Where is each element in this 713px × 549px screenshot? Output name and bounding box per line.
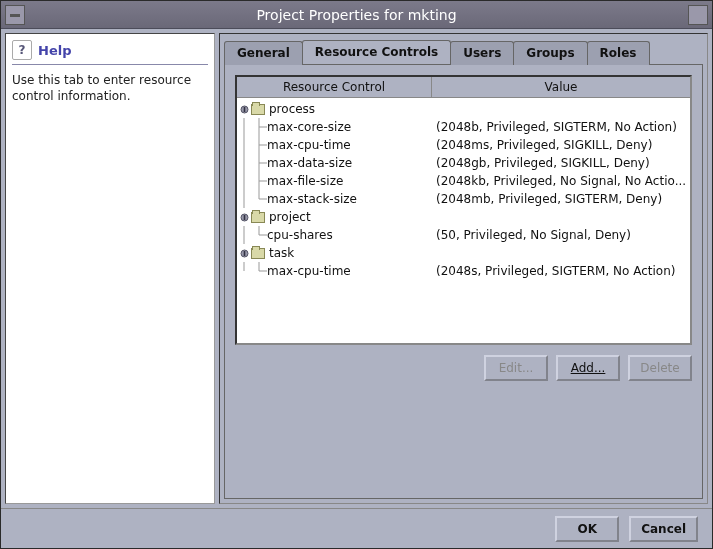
column-header-resource-control[interactable]: Resource Control xyxy=(237,77,432,97)
table-body[interactable]: processmax-core-size(2048b, Privileged, … xyxy=(237,98,690,343)
help-pane: ? Help Use this tab to enter resource co… xyxy=(5,33,215,504)
expand-toggle-icon[interactable] xyxy=(239,104,249,114)
dialog-footer: OK Cancel xyxy=(1,508,712,548)
item-label: max-data-size xyxy=(267,156,352,170)
item-value: (2048gb, Privileged, SIGKILL, Deny) xyxy=(432,156,690,170)
folder-icon xyxy=(251,104,265,115)
svg-rect-29 xyxy=(243,251,245,256)
main-pane: General Resource Controls Users Groups R… xyxy=(219,33,708,504)
help-header: ? Help xyxy=(12,40,208,65)
content-area: ? Help Use this tab to enter resource co… xyxy=(1,29,712,508)
add-button-label: Add... xyxy=(571,361,606,375)
tree-item-row[interactable]: max-stack-size(2048mb, Privileged, SIGTE… xyxy=(237,190,690,208)
item-value: (2048mb, Privileged, SIGTERM, Deny) xyxy=(432,192,690,206)
dialog-window: Project Properties for mkting ? Help Use… xyxy=(0,0,713,549)
tab-users[interactable]: Users xyxy=(450,41,514,65)
tree-group-row[interactable]: process xyxy=(237,100,690,118)
window-maximize-icon[interactable] xyxy=(688,5,708,25)
window-title: Project Properties for mkting xyxy=(256,7,456,23)
item-label: cpu-shares xyxy=(267,228,333,242)
tab-resource-controls[interactable]: Resource Controls xyxy=(302,40,451,64)
window-menu-icon[interactable] xyxy=(5,5,25,25)
tree-item-row[interactable]: max-data-size(2048gb, Privileged, SIGKIL… xyxy=(237,154,690,172)
help-icon[interactable]: ? xyxy=(12,40,32,60)
item-label: max-file-size xyxy=(267,174,343,188)
tab-groups[interactable]: Groups xyxy=(513,41,587,65)
tree-group-row[interactable]: project xyxy=(237,208,690,226)
item-value: (2048kb, Privileged, No Signal, No Actio… xyxy=(432,174,690,188)
titlebar[interactable]: Project Properties for mkting xyxy=(1,1,712,29)
item-label: max-core-size xyxy=(267,120,351,134)
item-value: (2048ms, Privileged, SIGKILL, Deny) xyxy=(432,138,690,152)
help-title: Help xyxy=(38,43,71,58)
delete-button[interactable]: Delete xyxy=(628,355,692,381)
item-label: max-stack-size xyxy=(267,192,357,206)
expand-toggle-icon[interactable] xyxy=(239,248,249,258)
tree-item-row[interactable]: max-file-size(2048kb, Privileged, No Sig… xyxy=(237,172,690,190)
tab-general[interactable]: General xyxy=(224,41,303,65)
tree-item-row[interactable]: max-core-size(2048b, Privileged, SIGTERM… xyxy=(237,118,690,136)
item-label: max-cpu-time xyxy=(267,138,351,152)
item-value: (50, Privileged, No Signal, Deny) xyxy=(432,228,690,242)
tree-group-row[interactable]: task xyxy=(237,244,690,262)
tab-panel: Resource Control Value processmax-core-s… xyxy=(224,64,703,499)
item-label: max-cpu-time xyxy=(267,264,351,278)
tab-bar: General Resource Controls Users Groups R… xyxy=(220,34,707,64)
edit-button[interactable]: Edit... xyxy=(484,355,548,381)
tree-item-row[interactable]: cpu-shares(50, Privileged, No Signal, De… xyxy=(237,226,690,244)
table-header: Resource Control Value xyxy=(237,77,690,98)
resource-control-table: Resource Control Value processmax-core-s… xyxy=(235,75,692,345)
column-header-value[interactable]: Value xyxy=(432,77,690,97)
expand-toggle-icon[interactable] xyxy=(239,212,249,222)
tree-item-row[interactable]: max-cpu-time(2048s, Privileged, SIGTERM,… xyxy=(237,262,690,280)
tree-item-row[interactable]: max-cpu-time(2048ms, Privileged, SIGKILL… xyxy=(237,136,690,154)
action-row: Edit... Add... Delete xyxy=(235,345,692,381)
add-button[interactable]: Add... xyxy=(556,355,620,381)
item-value: (2048b, Privileged, SIGTERM, No Action) xyxy=(432,120,690,134)
group-label: project xyxy=(269,210,311,224)
item-value: (2048s, Privileged, SIGTERM, No Action) xyxy=(432,264,690,278)
tab-roles[interactable]: Roles xyxy=(587,41,650,65)
folder-icon xyxy=(251,248,265,259)
cancel-button[interactable]: Cancel xyxy=(629,516,698,542)
svg-rect-1 xyxy=(243,107,245,112)
group-label: process xyxy=(269,102,315,116)
ok-button[interactable]: OK xyxy=(555,516,619,542)
folder-icon xyxy=(251,212,265,223)
group-label: task xyxy=(269,246,294,260)
svg-rect-23 xyxy=(243,215,245,220)
help-text: Use this tab to enter resource control i… xyxy=(12,73,208,104)
